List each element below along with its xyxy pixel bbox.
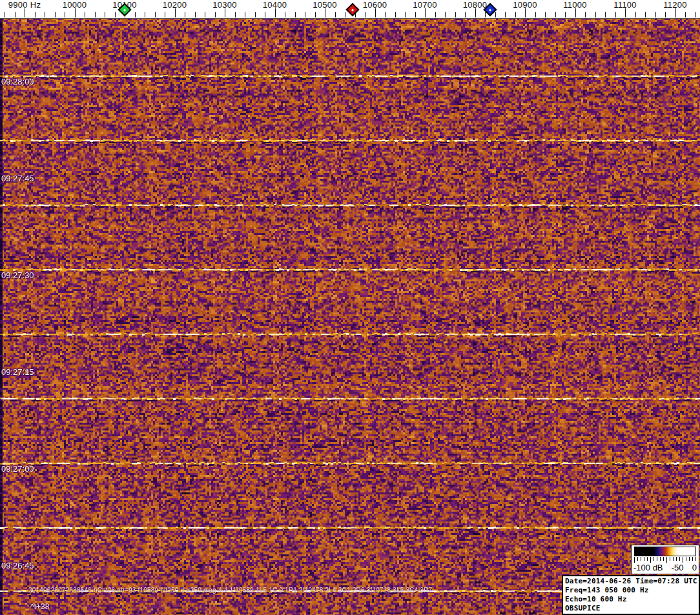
freq-tick	[385, 12, 386, 17]
freq-tick	[505, 12, 506, 17]
freq-tick	[335, 12, 336, 17]
time-tick-label: 09:27:30	[1, 270, 34, 280]
freq-tick	[675, 8, 676, 17]
freq-tick	[215, 12, 216, 17]
freq-tick	[115, 12, 116, 17]
colorbar-tick-marks	[634, 557, 696, 563]
freq-tick	[615, 12, 616, 17]
freq-tick	[95, 12, 96, 17]
freq-tick	[105, 12, 105, 17]
freq-tick	[485, 12, 486, 17]
freq-tick	[155, 12, 156, 17]
delta-t-label: ^t+38	[30, 602, 49, 611]
marker-center-dot	[123, 8, 126, 11]
info-date-time: Date=2014-06-26 Time=07:28 UTC	[565, 577, 697, 586]
freq-tick	[145, 12, 145, 17]
freq-tick	[405, 12, 406, 17]
colorbar-labels: -100 dB -50 0	[633, 563, 697, 572]
freq-tick	[465, 12, 466, 17]
freq-tick	[25, 8, 25, 17]
freq-tick	[565, 12, 566, 17]
time-tick-label: 09:26:45	[1, 561, 34, 570]
freq-tick	[525, 8, 526, 17]
freq-tick	[475, 8, 476, 17]
freq-tick	[15, 12, 15, 17]
freq-tick	[285, 12, 285, 17]
freq-tick	[295, 12, 296, 17]
freq-tick	[325, 8, 325, 17]
freq-tick	[655, 12, 656, 17]
freq-tick	[225, 8, 225, 17]
freq-tick	[315, 12, 316, 17]
freq-tick	[165, 12, 165, 17]
freq-tick	[135, 12, 136, 17]
detection-annotation-text: 20140626072638546 hCnt26 nb=93 f10589 hi…	[28, 587, 432, 594]
freq-tick	[445, 12, 446, 17]
freq-tick	[205, 12, 205, 17]
freq-tick	[625, 8, 626, 17]
time-tick-label: 09:27:00	[1, 464, 34, 474]
freq-tick	[645, 12, 646, 17]
freq-tick	[595, 12, 596, 17]
freq-tick	[555, 12, 556, 17]
time-tick-label: 09:27:45	[1, 174, 34, 183]
marker-center-dot	[489, 8, 491, 11]
freq-tick	[35, 12, 36, 17]
info-frequency: Freq=143 050 000 Hz	[565, 586, 697, 595]
freq-tick	[585, 12, 586, 17]
spectrogram-waterfall[interactable]	[0, 18, 700, 615]
freq-tick	[455, 12, 456, 17]
time-tick-label: 09:27:15	[1, 367, 34, 377]
freq-tick	[235, 12, 236, 17]
freq-tick	[635, 12, 636, 17]
frequency-ruler[interactable]: 9900 Hz100001010010200103001040010500106…	[0, 0, 700, 19]
marker-center-dot	[351, 8, 354, 11]
freq-tick	[65, 12, 65, 17]
marker-red-diamond[interactable]	[345, 3, 359, 16]
colorbar-gradient	[634, 547, 696, 556]
freq-tick	[495, 12, 496, 17]
freq-tick	[185, 12, 185, 17]
spectrogram-window: 9900 Hz100001010010200103001040010500106…	[0, 0, 700, 615]
colorbar-label-max: 0	[692, 563, 697, 572]
freq-tick	[255, 12, 256, 17]
freq-tick	[45, 12, 45, 17]
freq-tick	[665, 12, 666, 17]
freq-tick	[695, 12, 696, 17]
freq-tick	[685, 12, 686, 17]
freq-tick	[175, 8, 176, 17]
colorbar-label-min: -100 dB	[633, 563, 663, 572]
freq-tick	[605, 12, 606, 17]
freq-tick	[245, 12, 245, 17]
freq-tick	[415, 12, 416, 17]
freq-tick	[85, 12, 85, 17]
freq-tick	[535, 12, 536, 17]
freq-tick	[365, 12, 365, 17]
info-station: OBSUPICE	[565, 604, 697, 613]
freq-tick	[275, 8, 276, 17]
observation-info-box: Date=2014-06-26 Time=07:28 UTC Freq=143 …	[562, 575, 700, 615]
freq-tick	[75, 8, 76, 17]
freq-tick	[265, 12, 265, 17]
freq-tick	[305, 12, 305, 17]
freq-tick	[345, 12, 345, 17]
freq-tick	[425, 8, 426, 17]
intensity-colorbar: -100 dB -50 0	[631, 545, 699, 574]
freq-tick	[375, 8, 376, 17]
freq-tick	[575, 8, 576, 17]
freq-tick	[515, 12, 516, 17]
freq-tick	[195, 12, 196, 17]
freq-tick	[435, 12, 436, 17]
freq-tick	[55, 12, 56, 17]
time-tick-label: 09:28:00	[1, 77, 34, 86]
freq-tick	[545, 12, 546, 17]
freq-tick	[5, 12, 5, 17]
freq-tick	[395, 12, 396, 17]
info-echo: Echo=10 600 Hz	[565, 595, 697, 604]
colorbar-label-mid: -50	[672, 563, 684, 572]
